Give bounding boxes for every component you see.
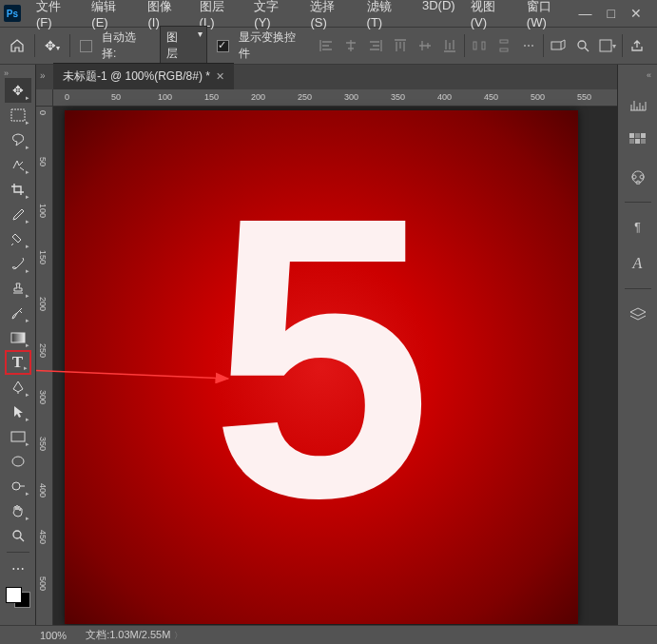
doc-size: 文档:1.03M/2.55M [86, 629, 170, 640]
svg-rect-18 [635, 139, 640, 144]
history-brush-tool[interactable]: ▸ [5, 301, 31, 325]
align-center-h-icon[interactable] [340, 35, 361, 56]
align-top-icon[interactable] [390, 35, 411, 56]
3d-mode-icon[interactable] [548, 35, 569, 56]
dodge-tool[interactable]: ▸ [5, 474, 31, 498]
ruler-vertical[interactable]: 050100150200250300350400450500 [36, 107, 53, 625]
marquee-tool[interactable]: ▸ [5, 103, 31, 127]
status-bar: 100% 文档:1.03M/2.55M〉 [0, 625, 657, 644]
svg-rect-3 [500, 49, 508, 51]
histogram-panel-icon[interactable] [627, 93, 649, 116]
path-select-tool[interactable]: ▸ [5, 400, 31, 424]
svg-rect-6 [600, 40, 611, 51]
svg-point-10 [12, 457, 24, 466]
svg-rect-19 [641, 139, 646, 144]
auto-select-checkbox[interactable] [80, 40, 92, 52]
swatches-panel-icon[interactable] [627, 129, 649, 152]
layers-panel-icon[interactable] [627, 302, 649, 325]
menu-edit[interactable]: 编辑(E) [84, 0, 140, 33]
main-area: » ✥▸ ▸ ▸ ▸ ▸ ▸ ▸ ▸ ▸ ▸ ▸ T▸ ▸ ▸ ▸ ▸ ▸ ⋯ … [0, 65, 657, 625]
lasso-tool[interactable]: ▸ [5, 127, 31, 152]
auto-select-label: 自动选择: [102, 29, 150, 62]
color-panel-icon[interactable] [627, 166, 649, 188]
ruler-horizontal[interactable]: 050100150200250300350400450500550 [53, 89, 617, 107]
zoom-level[interactable]: 100% [40, 630, 67, 641]
svg-rect-14 [629, 133, 634, 138]
svg-rect-8 [11, 333, 25, 342]
document-tab[interactable]: 未标题-1 @ 100%(RGB/8#) * ✕ [53, 63, 234, 89]
canvas[interactable]: 5 [65, 110, 578, 624]
gradient-tool[interactable]: ▸ [5, 325, 31, 350]
svg-rect-4 [551, 42, 561, 49]
show-transform-checkbox[interactable] [217, 40, 229, 52]
menu-text[interactable]: 文字(Y) [246, 0, 302, 33]
svg-rect-17 [629, 139, 634, 144]
window-controls: — □ ✕ [579, 6, 653, 21]
distribute-h-icon[interactable] [469, 35, 490, 56]
tab-close-icon[interactable]: ✕ [216, 70, 224, 83]
align-bottom-icon[interactable] [439, 35, 460, 56]
move-tool[interactable]: ✥▸ [5, 78, 31, 103]
align-middle-icon[interactable] [415, 35, 435, 56]
ruler-corner [36, 89, 53, 107]
maximize-button[interactable]: □ [608, 6, 615, 21]
svg-point-5 [578, 41, 586, 49]
canvas-text: 5 [210, 158, 433, 557]
menu-window[interactable]: 窗口(W) [519, 0, 579, 33]
eyedropper-tool[interactable]: ▸ [5, 202, 31, 226]
menu-view[interactable]: 视图(V) [463, 0, 519, 33]
home-icon[interactable] [10, 38, 25, 53]
right-panels: « ¶ A [617, 65, 657, 625]
foreground-color[interactable] [6, 587, 22, 603]
more-options-icon[interactable]: ⋯ [518, 35, 539, 56]
zoom-tool[interactable] [5, 523, 31, 548]
ellipse-tool[interactable] [5, 449, 31, 474]
svg-rect-2 [500, 40, 508, 43]
svg-rect-15 [635, 133, 640, 138]
type-tool[interactable]: T▸ [5, 350, 31, 375]
close-button[interactable]: ✕ [630, 6, 642, 21]
share-icon[interactable] [627, 35, 647, 56]
rectangle-tool[interactable]: ▸ [5, 424, 31, 449]
tab-strip: » 未标题-1 @ 100%(RGB/8#) * ✕ [36, 65, 617, 89]
svg-point-11 [12, 482, 20, 490]
svg-rect-0 [473, 42, 476, 49]
app-logo: Ps [4, 5, 21, 22]
search-icon[interactable] [572, 35, 593, 56]
align-right-icon[interactable] [365, 35, 386, 56]
brush-tool[interactable]: ▸ [5, 251, 31, 276]
distribute-v-icon[interactable] [493, 35, 514, 56]
document-area: » 未标题-1 @ 100%(RGB/8#) * ✕ 0501001502002… [36, 65, 617, 625]
hand-tool[interactable]: ▸ [5, 498, 31, 523]
layer-select[interactable]: 图层 [160, 26, 207, 66]
move-tool-icon[interactable]: ✥▾ [45, 38, 60, 53]
svg-rect-9 [11, 432, 25, 441]
minimize-button[interactable]: — [579, 6, 592, 21]
tab-title: 未标题-1 @ 100%(RGB/8#) * [63, 68, 210, 85]
character-panel-icon[interactable]: A [627, 252, 649, 275]
tools-panel: » ✥▸ ▸ ▸ ▸ ▸ ▸ ▸ ▸ ▸ ▸ ▸ T▸ ▸ ▸ ▸ ▸ ▸ ⋯ [0, 65, 36, 625]
color-swatch[interactable] [6, 587, 30, 608]
svg-rect-16 [641, 133, 646, 138]
show-transform-label: 显示变换控件 [239, 29, 306, 62]
collapse-icon[interactable]: » [40, 70, 46, 81]
svg-rect-7 [11, 109, 25, 121]
arrange-icon[interactable]: ▾ [597, 35, 618, 56]
paragraph-panel-icon[interactable]: ¶ [627, 216, 649, 239]
align-left-icon[interactable] [316, 35, 337, 56]
workspace: 050100150200250300350400450500550 050100… [36, 89, 617, 625]
menu-filter[interactable]: 滤镜(T) [359, 0, 415, 33]
quick-select-tool[interactable]: ▸ [5, 152, 31, 177]
pen-tool[interactable]: ▸ [5, 375, 31, 400]
svg-rect-1 [482, 42, 485, 49]
title-bar: Ps 文件(F) 编辑(E) 图像(I) 图层(L) 文字(Y) 选择(S) 滤… [0, 0, 657, 27]
stamp-tool[interactable]: ▸ [5, 276, 31, 301]
menu-3d[interactable]: 3D(D) [415, 0, 463, 33]
crop-tool[interactable]: ▸ [5, 177, 31, 202]
healing-tool[interactable]: ▸ [5, 226, 31, 251]
menu-file[interactable]: 文件(F) [29, 0, 84, 33]
menu-select[interactable]: 选择(S) [302, 0, 358, 33]
menu-bar: 文件(F) 编辑(E) 图像(I) 图层(L) 文字(Y) 选择(S) 滤镜(T… [29, 0, 579, 33]
edit-toolbar[interactable]: ⋯ [5, 556, 31, 581]
svg-point-12 [13, 531, 21, 538]
